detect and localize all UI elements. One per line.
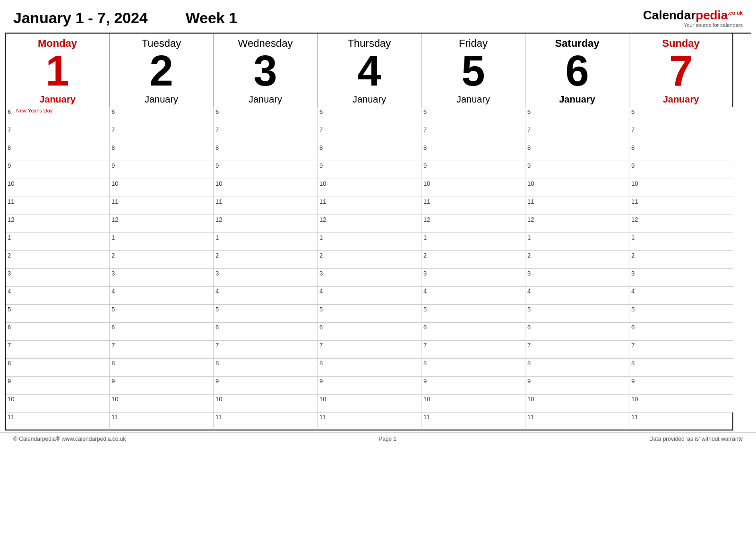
time-cell-row2-col3[interactable]: 8 bbox=[318, 143, 421, 161]
time-cell-row14-col4[interactable]: 8 bbox=[421, 359, 525, 377]
time-cell-row13-col2[interactable]: 7 bbox=[214, 341, 318, 359]
time-cell-row10-col0[interactable]: 4 bbox=[6, 287, 110, 305]
time-cell-row3-col5[interactable]: 9 bbox=[525, 161, 629, 179]
time-cell-row6-col1[interactable]: 12 bbox=[110, 215, 214, 233]
time-cell-row8-col2[interactable]: 2 bbox=[214, 251, 318, 269]
time-cell-row4-col2[interactable]: 10 bbox=[214, 179, 318, 197]
time-cell-row2-col6[interactable]: 8 bbox=[629, 143, 733, 161]
time-cell-row7-col5[interactable]: 1 bbox=[525, 233, 629, 251]
time-cell-row17-col4[interactable]: 11 bbox=[421, 413, 525, 430]
time-cell-row13-col4[interactable]: 7 bbox=[421, 341, 525, 359]
time-cell-row13-col5[interactable]: 7 bbox=[525, 341, 629, 359]
time-cell-row5-col2[interactable]: 11 bbox=[214, 197, 318, 215]
time-cell-row12-col0[interactable]: 6 bbox=[6, 323, 110, 341]
time-cell-row15-col0[interactable]: 9 bbox=[6, 377, 110, 395]
time-cell-row13-col1[interactable]: 7 bbox=[110, 341, 214, 359]
time-cell-row10-col6[interactable]: 4 bbox=[629, 287, 733, 305]
time-cell-row6-col5[interactable]: 12 bbox=[525, 215, 629, 233]
time-cell-row0-col3[interactable]: 6 bbox=[318, 107, 421, 125]
time-cell-row7-col2[interactable]: 1 bbox=[214, 233, 318, 251]
time-cell-row9-col3[interactable]: 3 bbox=[318, 269, 421, 287]
time-cell-row11-col1[interactable]: 5 bbox=[110, 305, 214, 323]
time-cell-row9-col4[interactable]: 3 bbox=[421, 269, 525, 287]
time-cell-row1-col0[interactable]: 7 bbox=[6, 125, 110, 143]
time-cell-row5-col4[interactable]: 11 bbox=[421, 197, 525, 215]
time-cell-row8-col3[interactable]: 2 bbox=[318, 251, 421, 269]
time-cell-row12-col3[interactable]: 6 bbox=[318, 323, 421, 341]
time-cell-row7-col1[interactable]: 1 bbox=[110, 233, 214, 251]
time-cell-row14-col2[interactable]: 8 bbox=[214, 359, 318, 377]
time-cell-row10-col2[interactable]: 4 bbox=[214, 287, 318, 305]
time-cell-row7-col0[interactable]: 1 bbox=[6, 233, 110, 251]
time-cell-row6-col4[interactable]: 12 bbox=[421, 215, 525, 233]
time-cell-row13-col6[interactable]: 7 bbox=[629, 341, 733, 359]
time-cell-row17-col1[interactable]: 11 bbox=[110, 413, 214, 430]
time-cell-row11-col0[interactable]: 5 bbox=[6, 305, 110, 323]
time-cell-row12-col6[interactable]: 6 bbox=[629, 323, 733, 341]
time-cell-row17-col2[interactable]: 11 bbox=[214, 413, 318, 430]
time-cell-row2-col2[interactable]: 8 bbox=[214, 143, 318, 161]
time-cell-row11-col6[interactable]: 5 bbox=[629, 305, 733, 323]
time-cell-row12-col1[interactable]: 6 bbox=[110, 323, 214, 341]
time-cell-row1-col5[interactable]: 7 bbox=[525, 125, 629, 143]
time-cell-row12-col5[interactable]: 6 bbox=[525, 323, 629, 341]
time-cell-row14-col1[interactable]: 8 bbox=[110, 359, 214, 377]
time-cell-row4-col4[interactable]: 10 bbox=[421, 179, 525, 197]
time-cell-row7-col6[interactable]: 1 bbox=[629, 233, 733, 251]
time-cell-row2-col1[interactable]: 8 bbox=[110, 143, 214, 161]
time-cell-row4-col5[interactable]: 10 bbox=[525, 179, 629, 197]
time-cell-row9-col1[interactable]: 3 bbox=[110, 269, 214, 287]
time-cell-row3-col6[interactable]: 9 bbox=[629, 161, 733, 179]
time-cell-row3-col4[interactable]: 9 bbox=[421, 161, 525, 179]
time-cell-row5-col5[interactable]: 11 bbox=[525, 197, 629, 215]
time-cell-row6-col0[interactable]: 12 bbox=[6, 215, 110, 233]
time-cell-row15-col5[interactable]: 9 bbox=[525, 377, 629, 395]
time-cell-row12-col4[interactable]: 6 bbox=[421, 323, 525, 341]
time-cell-row5-col6[interactable]: 11 bbox=[629, 197, 733, 215]
time-cell-row11-col5[interactable]: 5 bbox=[525, 305, 629, 323]
time-cell-row12-col2[interactable]: 6 bbox=[214, 323, 318, 341]
time-cell-row16-col2[interactable]: 10 bbox=[214, 395, 318, 413]
time-cell-row4-col0[interactable]: 10 bbox=[6, 179, 110, 197]
time-cell-row14-col3[interactable]: 8 bbox=[318, 359, 421, 377]
time-cell-row1-col1[interactable]: 7 bbox=[110, 125, 214, 143]
time-cell-row0-col5[interactable]: 6 bbox=[525, 107, 629, 125]
time-cell-row10-col5[interactable]: 4 bbox=[525, 287, 629, 305]
time-cell-row9-col5[interactable]: 3 bbox=[525, 269, 629, 287]
time-cell-row14-col6[interactable]: 8 bbox=[629, 359, 733, 377]
time-cell-row11-col3[interactable]: 5 bbox=[318, 305, 421, 323]
time-cell-row3-col2[interactable]: 9 bbox=[214, 161, 318, 179]
time-cell-row3-col0[interactable]: 9 bbox=[6, 161, 110, 179]
time-cell-row6-col3[interactable]: 12 bbox=[318, 215, 421, 233]
time-cell-row11-col4[interactable]: 5 bbox=[421, 305, 525, 323]
time-cell-row17-col0[interactable]: 11 bbox=[6, 413, 110, 430]
time-cell-row17-col6[interactable]: 11 bbox=[629, 413, 733, 430]
time-cell-row16-col5[interactable]: 10 bbox=[525, 395, 629, 413]
time-cell-row13-col0[interactable]: 7 bbox=[6, 341, 110, 359]
time-cell-row1-col2[interactable]: 7 bbox=[214, 125, 318, 143]
time-cell-row0-col6[interactable]: 6 bbox=[629, 107, 733, 125]
time-cell-row15-col3[interactable]: 9 bbox=[318, 377, 421, 395]
time-cell-row9-col2[interactable]: 3 bbox=[214, 269, 318, 287]
time-cell-row9-col6[interactable]: 3 bbox=[629, 269, 733, 287]
time-cell-row4-col6[interactable]: 10 bbox=[629, 179, 733, 197]
time-cell-row4-col1[interactable]: 10 bbox=[110, 179, 214, 197]
time-cell-row6-col2[interactable]: 12 bbox=[214, 215, 318, 233]
time-cell-row5-col0[interactable]: 11 bbox=[6, 197, 110, 215]
time-cell-row3-col3[interactable]: 9 bbox=[318, 161, 421, 179]
time-cell-row16-col6[interactable]: 10 bbox=[629, 395, 733, 413]
time-cell-row2-col0[interactable]: 8 bbox=[6, 143, 110, 161]
time-cell-row7-col4[interactable]: 1 bbox=[421, 233, 525, 251]
time-cell-row10-col3[interactable]: 4 bbox=[318, 287, 421, 305]
time-cell-row9-col0[interactable]: 3 bbox=[6, 269, 110, 287]
time-cell-row8-col0[interactable]: 2 bbox=[6, 251, 110, 269]
time-cell-row15-col6[interactable]: 9 bbox=[629, 377, 733, 395]
time-cell-row13-col3[interactable]: 7 bbox=[318, 341, 421, 359]
time-cell-row8-col5[interactable]: 2 bbox=[525, 251, 629, 269]
time-cell-row0-col1[interactable]: 6 bbox=[110, 107, 214, 125]
time-cell-row7-col3[interactable]: 1 bbox=[318, 233, 421, 251]
time-cell-row1-col6[interactable]: 7 bbox=[629, 125, 733, 143]
time-cell-row16-col0[interactable]: 10 bbox=[6, 395, 110, 413]
time-cell-row0-col2[interactable]: 6 bbox=[214, 107, 318, 125]
time-cell-row16-col1[interactable]: 10 bbox=[110, 395, 214, 413]
